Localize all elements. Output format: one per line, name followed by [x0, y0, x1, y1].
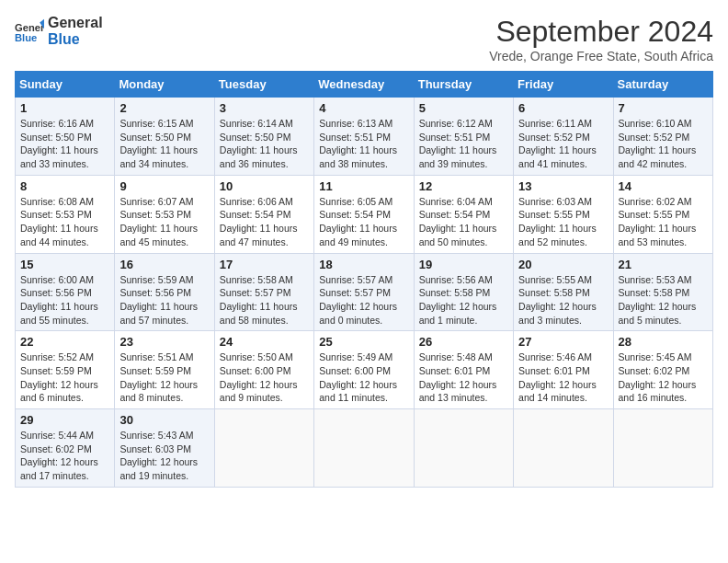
day-detail: Sunrise: 5:50 AMSunset: 6:00 PMDaylight:…	[220, 350, 309, 405]
day-detail: Sunrise: 5:58 AMSunset: 5:57 PMDaylight:…	[220, 273, 309, 327]
day-detail: Sunrise: 6:16 AMSunset: 5:50 PMDaylight:…	[20, 117, 109, 171]
day-detail: Sunrise: 5:46 AMSunset: 6:01 PMDaylight:…	[518, 350, 608, 405]
logo-icon: General Blue	[15, 17, 44, 46]
day-detail: Sunrise: 5:51 AMSunset: 5:59 PMDaylight:…	[119, 350, 209, 405]
calendar-cell: 29Sunrise: 5:44 AMSunset: 6:02 PMDayligh…	[16, 409, 115, 488]
logo-general: General	[48, 15, 103, 31]
day-number: 22	[20, 335, 109, 349]
header-monday: Monday	[115, 72, 214, 98]
calendar-week-row: 29Sunrise: 5:44 AMSunset: 6:02 PMDayligh…	[16, 409, 713, 488]
calendar-cell: 24Sunrise: 5:50 AMSunset: 6:00 PMDayligh…	[214, 331, 313, 409]
day-number: 9	[119, 179, 209, 193]
day-detail: Sunrise: 5:48 AMSunset: 6:01 PMDaylight:…	[419, 350, 508, 405]
calendar-cell: 16Sunrise: 5:59 AMSunset: 5:56 PMDayligh…	[115, 253, 214, 331]
day-number: 7	[619, 101, 708, 115]
day-number: 24	[220, 335, 309, 349]
logo-blue: Blue	[48, 31, 103, 48]
day-number: 23	[119, 335, 209, 349]
day-number: 20	[518, 258, 608, 271]
calendar-cell: 19Sunrise: 5:56 AMSunset: 5:58 PMDayligh…	[414, 253, 513, 331]
calendar-cell: 2Sunrise: 6:15 AMSunset: 5:50 PMDaylight…	[115, 98, 214, 176]
day-detail: Sunrise: 5:49 AMSunset: 6:00 PMDaylight:…	[319, 350, 408, 405]
day-detail: Sunrise: 6:06 AMSunset: 5:54 PMDaylight:…	[220, 195, 309, 249]
day-number: 26	[419, 335, 508, 349]
title-block: September 2024 Vrede, Orange Free State,…	[489, 15, 713, 63]
day-number: 8	[20, 179, 109, 193]
header-sunday: Sunday	[16, 72, 115, 98]
day-number: 11	[319, 179, 408, 193]
calendar-week-row: 1Sunrise: 6:16 AMSunset: 5:50 PMDaylight…	[16, 98, 713, 176]
day-number: 27	[518, 335, 608, 349]
calendar-cell: 4Sunrise: 6:13 AMSunset: 5:51 PMDaylight…	[314, 98, 414, 176]
calendar-cell: 1Sunrise: 6:16 AMSunset: 5:50 PMDaylight…	[16, 98, 115, 176]
day-detail: Sunrise: 5:59 AMSunset: 5:56 PMDaylight:…	[119, 273, 209, 327]
calendar-cell	[314, 409, 414, 488]
header-tuesday: Tuesday	[214, 72, 313, 98]
day-number: 30	[119, 413, 209, 427]
location-subtitle: Vrede, Orange Free State, South Africa	[489, 49, 713, 63]
calendar-cell: 20Sunrise: 5:55 AMSunset: 5:58 PMDayligh…	[514, 253, 613, 331]
page-header: General Blue General Blue September 2024…	[15, 15, 713, 63]
day-number: 29	[20, 413, 109, 427]
day-detail: Sunrise: 5:55 AMSunset: 5:58 PMDaylight:…	[518, 273, 608, 327]
calendar-table: SundayMondayTuesdayWednesdayThursdayFrid…	[15, 71, 713, 488]
day-detail: Sunrise: 6:05 AMSunset: 5:54 PMDaylight:…	[319, 195, 408, 249]
day-detail: Sunrise: 5:45 AMSunset: 6:02 PMDaylight:…	[619, 350, 708, 405]
day-detail: Sunrise: 6:08 AMSunset: 5:53 PMDaylight:…	[20, 195, 109, 249]
svg-text:Blue: Blue	[15, 32, 37, 43]
calendar-cell: 9Sunrise: 6:07 AMSunset: 5:53 PMDaylight…	[115, 175, 214, 253]
day-detail: Sunrise: 5:52 AMSunset: 5:59 PMDaylight:…	[20, 350, 109, 405]
day-number: 21	[619, 258, 708, 271]
day-detail: Sunrise: 5:44 AMSunset: 6:02 PMDaylight:…	[20, 429, 109, 483]
day-number: 14	[619, 179, 708, 193]
calendar-cell	[214, 409, 313, 488]
calendar-cell: 10Sunrise: 6:06 AMSunset: 5:54 PMDayligh…	[214, 175, 313, 253]
header-saturday: Saturday	[613, 72, 712, 98]
day-detail: Sunrise: 6:14 AMSunset: 5:50 PMDaylight:…	[220, 117, 309, 171]
calendar-week-row: 15Sunrise: 6:00 AMSunset: 5:56 PMDayligh…	[16, 253, 713, 331]
month-title: September 2024	[489, 15, 713, 49]
calendar-cell: 21Sunrise: 5:53 AMSunset: 5:58 PMDayligh…	[613, 253, 712, 331]
calendar-cell	[414, 409, 513, 488]
calendar-cell: 6Sunrise: 6:11 AMSunset: 5:52 PMDaylight…	[514, 98, 613, 176]
calendar-cell	[514, 409, 613, 488]
calendar-cell: 23Sunrise: 5:51 AMSunset: 5:59 PMDayligh…	[115, 331, 214, 409]
day-number: 17	[220, 258, 309, 271]
calendar-cell: 15Sunrise: 6:00 AMSunset: 5:56 PMDayligh…	[16, 253, 115, 331]
day-number: 25	[319, 335, 408, 349]
calendar-cell: 17Sunrise: 5:58 AMSunset: 5:57 PMDayligh…	[214, 253, 313, 331]
header-thursday: Thursday	[414, 72, 513, 98]
calendar-cell: 27Sunrise: 5:46 AMSunset: 6:01 PMDayligh…	[514, 331, 613, 409]
day-detail: Sunrise: 6:04 AMSunset: 5:54 PMDaylight:…	[419, 195, 508, 249]
header-wednesday: Wednesday	[314, 72, 414, 98]
calendar-cell: 5Sunrise: 6:12 AMSunset: 5:51 PMDaylight…	[414, 98, 513, 176]
calendar-week-row: 8Sunrise: 6:08 AMSunset: 5:53 PMDaylight…	[16, 175, 713, 253]
day-number: 16	[119, 258, 209, 271]
day-detail: Sunrise: 6:10 AMSunset: 5:52 PMDaylight:…	[619, 117, 708, 171]
day-number: 2	[119, 101, 209, 115]
day-number: 28	[619, 335, 708, 349]
day-detail: Sunrise: 6:15 AMSunset: 5:50 PMDaylight:…	[119, 117, 209, 171]
day-number: 10	[220, 179, 309, 193]
day-detail: Sunrise: 5:56 AMSunset: 5:58 PMDaylight:…	[419, 273, 508, 327]
calendar-cell: 14Sunrise: 6:02 AMSunset: 5:55 PMDayligh…	[613, 175, 712, 253]
day-number: 15	[20, 258, 109, 271]
calendar-cell: 12Sunrise: 6:04 AMSunset: 5:54 PMDayligh…	[414, 175, 513, 253]
day-detail: Sunrise: 5:43 AMSunset: 6:03 PMDaylight:…	[119, 429, 209, 483]
day-number: 6	[518, 101, 608, 115]
day-detail: Sunrise: 6:00 AMSunset: 5:56 PMDaylight:…	[20, 273, 109, 327]
calendar-cell: 7Sunrise: 6:10 AMSunset: 5:52 PMDaylight…	[613, 98, 712, 176]
calendar-cell: 11Sunrise: 6:05 AMSunset: 5:54 PMDayligh…	[314, 175, 414, 253]
day-number: 18	[319, 258, 408, 271]
calendar-cell: 30Sunrise: 5:43 AMSunset: 6:03 PMDayligh…	[115, 409, 214, 488]
day-detail: Sunrise: 6:12 AMSunset: 5:51 PMDaylight:…	[419, 117, 508, 171]
day-number: 12	[419, 179, 508, 193]
svg-text:General: General	[15, 22, 44, 33]
calendar-cell: 25Sunrise: 5:49 AMSunset: 6:00 PMDayligh…	[314, 331, 414, 409]
calendar-cell: 22Sunrise: 5:52 AMSunset: 5:59 PMDayligh…	[16, 331, 115, 409]
day-number: 1	[20, 101, 109, 115]
calendar-cell: 13Sunrise: 6:03 AMSunset: 5:55 PMDayligh…	[514, 175, 613, 253]
day-detail: Sunrise: 6:13 AMSunset: 5:51 PMDaylight:…	[319, 117, 408, 171]
day-number: 3	[220, 101, 309, 115]
day-detail: Sunrise: 6:03 AMSunset: 5:55 PMDaylight:…	[518, 195, 608, 249]
